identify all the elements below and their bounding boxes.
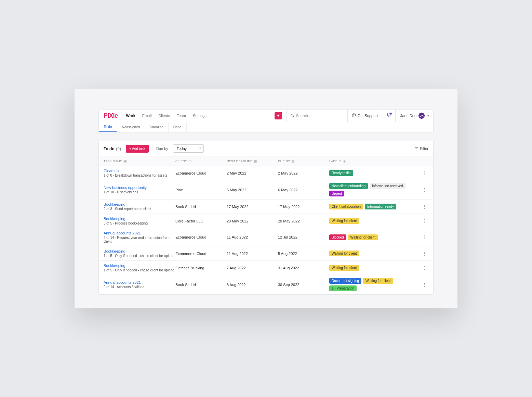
row-menu-button[interactable]: ⋮ xyxy=(421,235,428,240)
due-cell: 31 Aug 2022 xyxy=(278,266,329,270)
table-row: Clean up1 of 8 · Breakdown transactions … xyxy=(99,166,433,180)
due-cell: 20 May 2022 xyxy=(278,219,329,223)
calendar-icon: ▦ xyxy=(291,159,294,163)
add-button[interactable]: + xyxy=(275,112,282,119)
col-task[interactable]: Task Name▣ xyxy=(104,159,175,163)
row-menu-button[interactable]: ⋮ xyxy=(421,219,428,223)
nav-item-team[interactable]: Team xyxy=(173,114,189,118)
label-badge[interactable]: Urgent xyxy=(329,191,344,196)
task-link[interactable]: Bookkeeping xyxy=(104,264,175,268)
subtab-done[interactable]: Done xyxy=(169,122,187,132)
deadline-cell: 11 Aug 2022 xyxy=(227,235,278,239)
label-badge[interactable]: Waiting for client xyxy=(329,265,359,271)
task-meta: 1 of 5 · Only if needed - chase client f… xyxy=(104,268,175,272)
label-badge[interactable]: Information received xyxy=(370,183,405,189)
due-cell: 17 May 2022 xyxy=(278,205,329,209)
task-meta: 1 of 5 · Only if needed - chase client f… xyxy=(104,254,175,258)
task-meta: 2 of 3 · Send report out to client xyxy=(104,207,175,211)
label-badge[interactable]: Blocked xyxy=(329,234,346,240)
task-link[interactable]: Annual accounts 2021 xyxy=(104,280,175,284)
svg-line-1 xyxy=(293,116,294,116)
toolbar: To do (9) + Add task Due by Today Filter xyxy=(99,141,433,156)
task-link[interactable]: Bookkeeping xyxy=(104,249,175,253)
support-label: Get Support xyxy=(358,114,378,118)
user-menu[interactable]: Jane Doe DA ▼ xyxy=(395,110,433,122)
subtab-reassigned[interactable]: Reassigned xyxy=(117,122,145,132)
task-link[interactable]: Bookkeeping xyxy=(104,217,175,221)
label-badge[interactable]: Client collaboration xyxy=(329,204,363,209)
client-cell: Ecommerce Cloud xyxy=(175,171,227,175)
support-link[interactable]: Get Support xyxy=(347,110,382,122)
add-task-button[interactable]: + Add task xyxy=(126,145,149,153)
client-cell: Book St. Ltd xyxy=(175,283,227,287)
row-menu-button[interactable]: ⋮ xyxy=(421,188,428,192)
deadline-cell: 6 May 2022 xyxy=(227,188,278,192)
table-header: Task Name▣ Client▭ Next Deadline▦ Due By… xyxy=(99,156,433,166)
label-badge[interactable]: Waiting for client xyxy=(348,234,378,240)
table-row: Bookkeeping1 of 5 · Only if needed - cha… xyxy=(99,261,433,275)
section-title: To do (9) xyxy=(104,145,121,152)
deadline-cell: 11 Aug 2022 xyxy=(227,252,278,256)
col-labels[interactable]: Labels◈ xyxy=(329,159,428,163)
client-cell: Book St. Ltd xyxy=(175,205,227,209)
label-badge[interactable]: 1 - Preparation xyxy=(329,285,357,291)
nav-item-work[interactable]: Work xyxy=(123,114,139,118)
task-link[interactable]: Annual accounts 2021 xyxy=(104,231,175,235)
content-panel: To do (9) + Add task Due by Today Filter… xyxy=(98,141,434,295)
deadline-cell: 17 May 2022 xyxy=(227,205,278,209)
label-badge[interactable]: Document signing xyxy=(329,278,361,284)
calendar-icon: ▦ xyxy=(254,159,257,163)
table-row: New business opportunity1 of 10 · Discov… xyxy=(99,180,433,200)
row-menu-button[interactable]: ⋮ xyxy=(421,282,428,287)
svg-point-0 xyxy=(291,114,293,116)
nav-item-clients[interactable]: Clients xyxy=(155,114,173,118)
nav-item-email[interactable]: Email xyxy=(139,114,155,118)
task-meta: 3 of 5 · Process bookkeeping xyxy=(104,221,175,225)
label-badge[interactable]: Waiting for client xyxy=(329,251,359,256)
label-badge[interactable]: Waiting for client xyxy=(363,278,393,284)
labels-cell: Client collaborationInformation ready xyxy=(329,204,421,209)
task-link[interactable]: Clean up xyxy=(104,169,175,173)
client-cell: Ecommerce Cloud xyxy=(175,252,227,256)
svg-point-3 xyxy=(354,116,354,117)
label-badge[interactable]: Waiting for client xyxy=(329,218,359,224)
subtab-to-do[interactable]: To do xyxy=(99,122,117,132)
client-cell: Ecommerce Cloud xyxy=(175,235,227,239)
row-menu-button[interactable]: ⋮ xyxy=(421,266,428,270)
row-menu-button[interactable]: ⋮ xyxy=(421,251,428,256)
task-link[interactable]: New business opportunity xyxy=(104,185,175,190)
filter-label: Filter xyxy=(420,146,428,151)
labels-cell: Ready to file xyxy=(329,170,421,176)
row-menu-button[interactable]: ⋮ xyxy=(421,204,428,209)
dueby-select[interactable]: Today xyxy=(173,144,204,153)
due-cell: 12 Jul 2022 xyxy=(278,235,329,239)
table-row: Bookkeeping3 of 5 · Process bookkeepingC… xyxy=(99,214,433,228)
label-badge[interactable]: Information ready xyxy=(365,204,396,209)
row-menu-button[interactable]: ⋮ xyxy=(421,171,428,176)
search-wrap xyxy=(286,110,347,122)
filter-icon xyxy=(414,146,418,151)
search-input[interactable] xyxy=(296,114,343,118)
due-cell: 2 May 2022 xyxy=(278,171,329,175)
labels-cell: New client onboardingInformation receive… xyxy=(329,183,421,196)
deadline-cell: 7 Aug 2022 xyxy=(227,266,278,270)
nav-item-settings[interactable]: Settings xyxy=(189,114,210,118)
table-row: Annual accounts 20212 of 14 · Request ye… xyxy=(99,228,433,246)
labels-cell: Document signingWaiting for client1 - Pr… xyxy=(329,278,421,291)
label-badge[interactable]: Ready to file xyxy=(329,170,353,176)
due-cell: 30 Sep 2022 xyxy=(278,283,329,287)
brand-logo[interactable]: PIXIe xyxy=(99,112,123,119)
subtab-snoozed[interactable]: Snoozed xyxy=(145,122,168,132)
primary-nav: WorkEmailClientsTeamSettings xyxy=(123,114,210,118)
notifications-button[interactable] xyxy=(382,110,395,122)
col-deadline[interactable]: Next Deadline▦ xyxy=(227,159,278,163)
label-badge[interactable]: New client onboarding xyxy=(329,183,368,189)
card-icon: ▭ xyxy=(188,159,191,163)
col-due[interactable]: Due By▦ xyxy=(278,159,329,163)
filter-button[interactable]: Filter xyxy=(414,146,428,151)
section-count: (9) xyxy=(116,146,121,151)
col-client[interactable]: Client▭ xyxy=(175,159,227,163)
task-link[interactable]: Bookkeeping xyxy=(104,202,175,206)
help-icon xyxy=(352,113,356,118)
client-cell: Fletcher Trucking xyxy=(175,266,227,270)
